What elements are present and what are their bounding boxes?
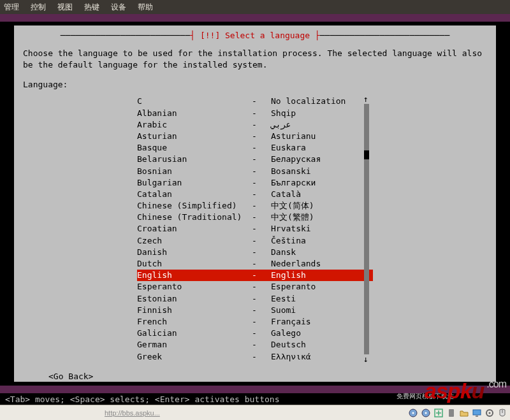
language-label: Language: bbox=[23, 80, 487, 89]
language-option[interactable]: Albanian-Shqip bbox=[137, 108, 373, 119]
language-option[interactable]: Estonian-Eesti bbox=[137, 293, 373, 305]
language-option[interactable]: Greek-Ελληνικά bbox=[137, 351, 373, 363]
taskbar-url: http://bbs.aspku... bbox=[105, 409, 160, 417]
installer-terminal: ──────────────────────────┤ [!!] Select … bbox=[0, 22, 510, 386]
menu-hotkeys[interactable]: 热键 bbox=[84, 2, 99, 13]
dialog-title-row: ──────────────────────────┤ [!!] Select … bbox=[23, 31, 487, 40]
network-icon[interactable] bbox=[433, 408, 444, 418]
go-back-button[interactable]: <Go Back> bbox=[48, 372, 487, 381]
language-option[interactable]: Danish-Dansk bbox=[137, 247, 373, 258]
dialog-instructions: Choose the language to be used for the i… bbox=[23, 48, 487, 71]
scroll-down-icon[interactable]: ↓ bbox=[361, 354, 370, 364]
dialog-title: ┤ [!!] Select a language ├ bbox=[190, 31, 320, 40]
language-option[interactable]: German-Deutsch bbox=[137, 339, 373, 351]
language-option[interactable]: Dutch-Nederlands bbox=[137, 258, 373, 270]
menu-control[interactable]: 控制 bbox=[31, 2, 46, 13]
display-icon[interactable] bbox=[472, 408, 482, 418]
language-option[interactable]: Catalan-Català bbox=[137, 189, 373, 200]
language-option[interactable]: Galician-Galego bbox=[137, 328, 373, 339]
scroll-up-icon[interactable]: ↑ bbox=[361, 94, 370, 104]
language-option[interactable]: C-No localization bbox=[137, 96, 373, 107]
menu-help[interactable]: 帮助 bbox=[138, 2, 153, 13]
language-option[interactable]: Chinese (Traditional)-中文(繁體) bbox=[137, 212, 373, 223]
scroll-thumb[interactable] bbox=[364, 150, 369, 159]
svg-point-1 bbox=[412, 412, 414, 414]
language-option[interactable]: Czech-Čeština bbox=[137, 235, 373, 247]
disk-icon-2[interactable] bbox=[421, 408, 431, 418]
language-option[interactable]: Chinese (Simplified)-中文(简体) bbox=[137, 200, 373, 212]
language-option[interactable]: Asturian-Asturianu bbox=[137, 131, 373, 142]
svg-rect-5 bbox=[449, 409, 454, 417]
language-option[interactable]: Arabic-عربي bbox=[137, 119, 373, 131]
menu-devices[interactable]: 设备 bbox=[111, 2, 126, 13]
watermark-logo: aspku.com bbox=[425, 379, 506, 403]
svg-point-3 bbox=[425, 412, 427, 414]
language-option[interactable]: French-Français bbox=[137, 316, 373, 328]
menu-manage[interactable]: 管理 bbox=[4, 2, 19, 13]
language-option[interactable]: Esperanto-Esperanto bbox=[137, 281, 373, 293]
host-taskbar[interactable]: http://bbs.aspku... bbox=[0, 405, 510, 420]
mouse-icon[interactable] bbox=[497, 408, 507, 418]
usb-icon[interactable] bbox=[446, 408, 456, 418]
scrollbar[interactable]: ↑ ↓ bbox=[364, 96, 369, 362]
folder-icon[interactable] bbox=[459, 408, 469, 418]
disk-icon[interactable] bbox=[408, 408, 418, 418]
menu-view[interactable]: 视图 bbox=[57, 2, 73, 13]
svg-rect-7 bbox=[476, 416, 478, 417]
language-option[interactable]: English-English bbox=[137, 270, 373, 281]
language-option[interactable]: Croatian-Hrvatski bbox=[137, 223, 373, 235]
language-option[interactable]: Bulgarian-Български bbox=[137, 177, 373, 189]
language-option[interactable]: Bosnian-Bosanski bbox=[137, 166, 373, 177]
language-option[interactable]: Basque-Euskara bbox=[137, 142, 373, 154]
language-option[interactable]: Finnish-Suomi bbox=[137, 305, 373, 316]
gear-icon[interactable] bbox=[484, 408, 495, 418]
system-tray[interactable] bbox=[408, 408, 507, 418]
svg-rect-6 bbox=[473, 410, 481, 415]
language-list[interactable]: C-No localizationAlbanian-ShqipArabic-عر… bbox=[137, 96, 373, 362]
status-hint: <Tab> moves; <Space> selects; <Enter> ac… bbox=[5, 395, 279, 404]
vm-menubar[interactable]: 管理 控制 视图 热键 设备 帮助 bbox=[0, 0, 510, 14]
svg-point-9 bbox=[489, 412, 491, 414]
language-dialog: ──────────────────────────┤ [!!] Select … bbox=[14, 25, 496, 382]
language-option[interactable]: Belarusian-Беларуская bbox=[137, 154, 373, 165]
